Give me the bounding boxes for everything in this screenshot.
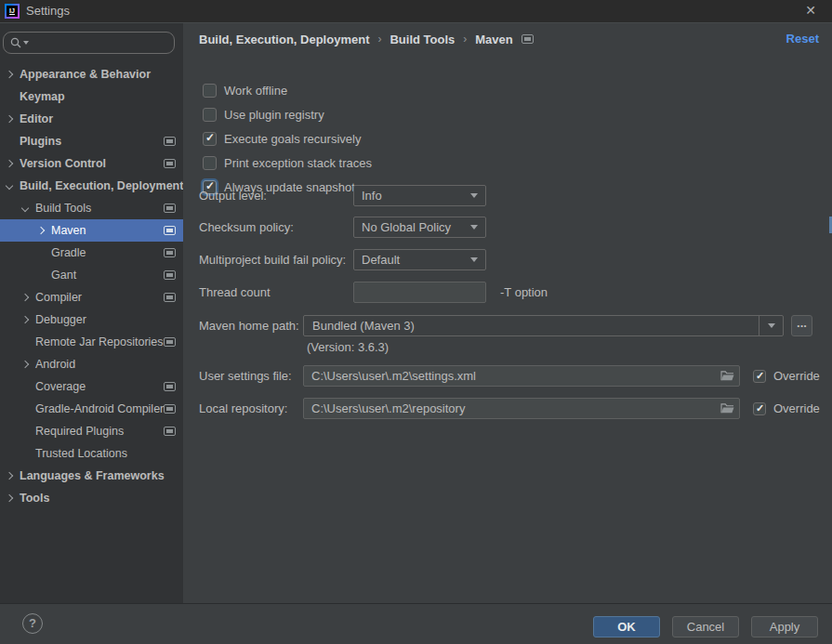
maven-home-path-combobox[interactable]: Bundled (Maven 3) <box>303 315 784 336</box>
settings-dialog: IJ Settings ✕ Appearance & Behavior Keym… <box>0 0 832 644</box>
thread-count-label: Thread count <box>199 282 271 303</box>
cancel-button[interactable]: Cancel <box>672 616 739 637</box>
apply-button[interactable]: Apply <box>751 616 818 637</box>
ok-button[interactable]: OK <box>593 616 660 637</box>
chevron-down-icon[interactable] <box>21 204 29 212</box>
chevron-right-icon[interactable] <box>6 71 13 78</box>
sidebar-item-label: Editor <box>20 112 53 125</box>
sidebar-item-tools[interactable]: Tools <box>0 487 183 509</box>
user-settings-override-checkbox[interactable] <box>753 370 766 383</box>
sidebar-item-editor[interactable]: Editor <box>0 108 183 130</box>
chevron-right-icon[interactable] <box>37 227 45 234</box>
local-repository-override-row[interactable]: Override <box>753 401 820 415</box>
dropdown-arrow-icon <box>768 323 775 328</box>
search-options-arrow-icon[interactable] <box>23 41 29 45</box>
sidebar-item-compiler[interactable]: Compiler <box>0 286 183 309</box>
execute-goals-recursively-checkbox-row[interactable]: Execute goals recursively <box>203 131 361 147</box>
sidebar-item-appearance-behavior[interactable]: Appearance & Behavior <box>0 63 183 85</box>
chevron-right-icon[interactable] <box>6 160 13 167</box>
maven-home-path-label: Maven home path: <box>199 315 299 336</box>
work-offline-checkbox[interactable] <box>203 84 217 98</box>
sidebar-item-android[interactable]: Android <box>0 353 183 375</box>
user-settings-override-row[interactable]: Override <box>753 369 820 383</box>
work-offline-checkbox-row[interactable]: Work offline <box>203 83 287 99</box>
folder-icon[interactable] <box>720 402 734 414</box>
sidebar-item-plugins[interactable]: Plugins <box>0 130 183 152</box>
settings-search-input[interactable] <box>3 32 175 54</box>
checkbox-label: Use plugin registry <box>224 108 324 122</box>
config-indicator-icon <box>522 34 534 44</box>
print-exception-stack-traces-checkbox[interactable] <box>203 156 217 170</box>
config-indicator-icon <box>164 382 176 391</box>
output-level-select[interactable]: Info <box>353 185 486 206</box>
execute-goals-recursively-checkbox[interactable] <box>203 132 217 146</box>
reset-link[interactable]: Reset <box>786 32 819 46</box>
folder-icon[interactable] <box>720 370 734 382</box>
window-title: Settings <box>26 0 70 22</box>
local-repository-override-checkbox[interactable] <box>753 402 766 415</box>
browse-button[interactable]: ... <box>791 315 812 336</box>
sidebar-item-coverage[interactable]: Coverage <box>0 375 183 398</box>
breadcrumb-item[interactable]: Build, Execution, Deployment <box>199 33 369 46</box>
sidebar-item-label: Gradle-Android Compiler <box>35 402 164 415</box>
use-plugin-registry-checkbox-row[interactable]: Use plugin registry <box>203 107 324 123</box>
checkbox-label: Execute goals recursively <box>224 132 361 146</box>
user-settings-file-label: User settings file: <box>199 365 292 387</box>
chevron-right-icon[interactable] <box>6 115 13 123</box>
chevron-right-icon[interactable] <box>6 494 13 502</box>
sidebar-item-build-execution-deployment[interactable]: Build, Execution, Deployment <box>0 175 183 197</box>
sidebar-item-remote-jar-repositories[interactable]: Remote Jar Repositories <box>0 331 183 353</box>
breadcrumb-separator: › <box>377 33 381 46</box>
breadcrumb-item[interactable]: Maven <box>475 33 512 46</box>
config-indicator-icon <box>164 137 176 146</box>
breadcrumb-item[interactable]: Build Tools <box>390 33 455 46</box>
chevron-right-icon[interactable] <box>21 316 29 323</box>
sidebar-item-languages-frameworks[interactable]: Languages & Frameworks <box>0 465 183 487</box>
sidebar-item-gradle-android-compiler[interactable]: Gradle-Android Compiler <box>0 398 183 420</box>
use-plugin-registry-checkbox[interactable] <box>203 108 217 122</box>
sidebar-item-label: Android <box>35 358 75 371</box>
checkbox-label: Work offline <box>224 84 287 98</box>
chevron-right-icon[interactable] <box>21 294 29 301</box>
breadcrumb-separator: › <box>463 33 467 46</box>
intellij-logo-text: IJ <box>7 6 18 17</box>
sidebar-item-gant[interactable]: Gant <box>0 264 183 286</box>
sidebar-item-label: Remote Jar Repositories <box>35 335 164 348</box>
thread-count-input[interactable] <box>353 282 486 303</box>
maven-version-note: (Version: 3.6.3) <box>307 340 389 354</box>
local-repository-input[interactable] <box>303 398 740 419</box>
sidebar-item-label: Compiler <box>35 291 82 304</box>
multiproject-policy-label: Multiproject build fail policy: <box>199 249 346 270</box>
sidebar-item-label: Build, Execution, Deployment <box>20 179 183 192</box>
sidebar-item-label: Gant <box>51 269 76 282</box>
sidebar-item-required-plugins[interactable]: Required Plugins <box>0 420 183 442</box>
sidebar-item-maven[interactable]: Maven <box>0 219 183 242</box>
multiproject-policy-select[interactable]: Default <box>353 249 486 270</box>
sidebar-item-build-tools[interactable]: Build Tools <box>0 197 183 219</box>
combobox-arrow-button[interactable] <box>759 316 783 335</box>
config-indicator-icon <box>164 404 176 414</box>
config-indicator-icon <box>164 159 176 168</box>
sidebar-item-keymap[interactable]: Keymap <box>0 85 183 108</box>
print-exception-stack-traces-checkbox-row[interactable]: Print exception stack traces <box>203 155 372 171</box>
settings-tree: Appearance & Behavior Keymap Editor Plug… <box>0 63 183 509</box>
close-icon[interactable]: ✕ <box>799 0 823 22</box>
sidebar-item-label: Gradle <box>51 246 86 259</box>
output-level-value: Info <box>362 189 470 203</box>
sidebar-item-trusted-locations[interactable]: Trusted Locations <box>0 442 183 465</box>
sidebar-item-label: Keymap <box>20 90 65 103</box>
sidebar-item-version-control[interactable]: Version Control <box>0 152 183 175</box>
checksum-policy-select[interactable]: No Global Policy <box>353 217 486 238</box>
sidebar-item-debugger[interactable]: Debugger <box>0 309 183 331</box>
local-repository-field <box>303 398 740 419</box>
breadcrumb: Build, Execution, Deployment › Build Too… <box>199 32 534 46</box>
chevron-down-icon[interactable] <box>6 182 13 190</box>
config-indicator-icon <box>164 337 176 347</box>
chevron-right-icon[interactable] <box>21 361 29 368</box>
chevron-right-icon[interactable] <box>6 472 13 480</box>
sidebar-item-gradle[interactable]: Gradle <box>0 242 183 264</box>
help-icon[interactable]: ? <box>22 613 43 634</box>
dropdown-arrow-icon <box>470 193 478 198</box>
settings-sidebar: Appearance & Behavior Keymap Editor Plug… <box>0 22 183 603</box>
user-settings-file-input[interactable] <box>303 365 740 387</box>
